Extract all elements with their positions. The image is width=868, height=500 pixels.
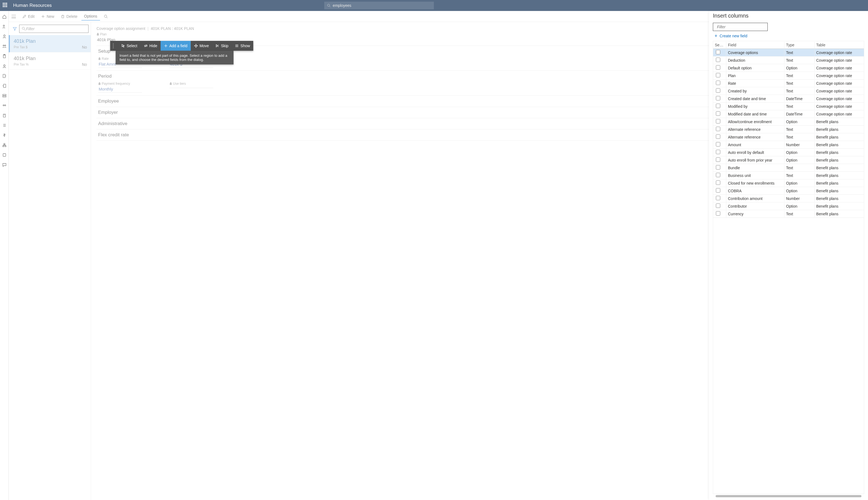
home-icon[interactable]	[2, 14, 7, 19]
horizontal-scrollbar[interactable]	[716, 495, 861, 497]
table-row[interactable]: Closed for new enrollmentsOptionBenefit …	[713, 179, 864, 187]
drag-grip-icon[interactable]	[113, 43, 116, 48]
list-item[interactable]: 401k PlanPre Tax %No	[9, 53, 91, 70]
col-type[interactable]: Type	[784, 42, 814, 48]
row-type: Text	[784, 211, 814, 217]
table-row[interactable]: CurrencyTextBenefit plans	[713, 210, 864, 218]
row-checkbox[interactable]	[716, 150, 720, 154]
table-row[interactable]: Alternate referenceTextBenefit plans	[713, 133, 864, 141]
table-row[interactable]: Alternate referenceTextBenefit plans	[713, 126, 864, 133]
skip-button[interactable]: Skip	[212, 41, 232, 51]
table-row[interactable]: BundleTextBenefit plans	[713, 164, 864, 172]
row-checkbox[interactable]	[716, 58, 720, 62]
col-table[interactable]: Table	[814, 42, 864, 48]
row-checkbox[interactable]	[716, 181, 720, 185]
table-row[interactable]: Auto enroll by defaultOptionBenefit plan…	[713, 149, 864, 156]
new-button[interactable]: New	[38, 13, 57, 20]
row-checkbox[interactable]	[716, 88, 720, 93]
team-icon[interactable]	[2, 103, 7, 108]
trash-icon	[61, 14, 65, 19]
row-field: Contributor	[726, 203, 784, 209]
row-checkbox[interactable]	[716, 188, 720, 193]
table-row[interactable]: Modified date and timeDateTimeCoverage o…	[713, 110, 864, 118]
show-button[interactable]: Show	[232, 41, 253, 51]
tiers-value[interactable]	[169, 86, 213, 88]
currency-icon[interactable]	[2, 133, 7, 138]
edit-button[interactable]: Edit	[20, 13, 37, 20]
row-checkbox[interactable]	[716, 142, 720, 146]
move-button[interactable]: Move	[191, 41, 212, 51]
table-row[interactable]: Coverage optionsTextCoverage option rate	[713, 49, 864, 57]
list-item[interactable]: 401k PlanPre Tax $No	[9, 35, 91, 53]
col-select[interactable]: Se…↓	[713, 42, 726, 48]
row-checkbox[interactable]	[716, 119, 720, 123]
svg-rect-11	[3, 94, 6, 95]
feedback-icon[interactable]	[2, 162, 7, 167]
hierarchy-icon[interactable]	[2, 143, 7, 148]
table-row[interactable]: Auto enroll from prior yearOptionBenefit…	[713, 156, 864, 164]
table-row[interactable]: ContributorOptionBenefit plans	[713, 202, 864, 210]
row-checkbox[interactable]	[716, 96, 720, 100]
table-row[interactable]: Business unitTextBenefit plans	[713, 172, 864, 179]
row-checkbox[interactable]	[716, 50, 720, 54]
lock-icon	[98, 82, 101, 85]
global-search[interactable]	[324, 2, 434, 9]
row-checkbox[interactable]	[716, 111, 720, 116]
row-checkbox[interactable]	[716, 134, 720, 139]
table-row[interactable]: Created date and timeDateTimeCoverage op…	[713, 95, 864, 103]
table-row[interactable]: Contribution amountNumberBenefit plans	[713, 195, 864, 202]
row-checkbox[interactable]	[716, 157, 720, 162]
row-table: Benefit plans	[814, 203, 864, 209]
doc-out-icon[interactable]	[2, 73, 7, 78]
delete-button[interactable]: Delete	[58, 13, 80, 20]
row-checkbox[interactable]	[716, 65, 720, 70]
pointer-icon	[121, 44, 125, 48]
table-row[interactable]: RateTextCoverage option rate	[713, 80, 864, 87]
hamburger-icon[interactable]	[12, 15, 16, 18]
create-new-field-button[interactable]: + Create new field	[713, 34, 864, 38]
row-checkbox[interactable]	[716, 196, 720, 200]
badge-icon[interactable]	[2, 152, 7, 157]
doc-in-icon[interactable]	[2, 83, 7, 88]
row-checkbox[interactable]	[716, 165, 720, 170]
table-row[interactable]: Modified byTextCoverage option rate	[713, 103, 864, 110]
row-checkbox[interactable]	[716, 73, 720, 77]
find-button[interactable]	[101, 13, 110, 20]
global-search-input[interactable]	[333, 3, 431, 8]
options-tab[interactable]: Options	[81, 12, 100, 21]
fields-table[interactable]: Se…↓ Field Type Table Coverage optionsTe…	[713, 41, 864, 494]
list-filter[interactable]	[19, 25, 89, 33]
list-icon[interactable]	[2, 123, 7, 128]
select-button[interactable]: Select	[118, 41, 141, 51]
panel-filter-input[interactable]	[717, 25, 765, 29]
row-checkbox[interactable]	[716, 173, 720, 177]
table-row[interactable]: Created byTextCoverage option rate	[713, 87, 864, 95]
table-row[interactable]: DeductionTextCoverage option rate	[713, 57, 864, 64]
row-checkbox[interactable]	[716, 211, 720, 216]
row-checkbox[interactable]	[716, 81, 720, 85]
payfreq-value[interactable]: Monthly	[98, 86, 142, 93]
row-checkbox[interactable]	[716, 104, 720, 108]
person-icon[interactable]	[2, 34, 7, 39]
row-checkbox[interactable]	[716, 127, 720, 131]
col-field[interactable]: Field	[726, 42, 784, 48]
profile-icon[interactable]	[2, 64, 7, 69]
table-row[interactable]: Allow/continue enrollmentOptionBenefit p…	[713, 118, 864, 126]
panel-filter[interactable]	[713, 23, 768, 31]
app-launcher-icon[interactable]	[3, 3, 8, 8]
group-icon[interactable]	[2, 44, 7, 49]
row-checkbox[interactable]	[716, 204, 720, 208]
row-table: Benefit plans	[814, 118, 864, 125]
people-icon[interactable]	[2, 24, 7, 29]
list-filter-input[interactable]	[26, 26, 86, 31]
add-field-button[interactable]: Add a field	[161, 41, 191, 51]
table-row[interactable]: AmountNumberBenefit plans	[713, 141, 864, 149]
hide-button[interactable]: Hide	[141, 41, 161, 51]
building-icon[interactable]	[2, 113, 7, 118]
table-row[interactable]: Default optionOptionCoverage option rate	[713, 64, 864, 72]
stack-icon[interactable]	[2, 93, 7, 98]
table-row[interactable]: PlanTextCoverage option rate	[713, 72, 864, 80]
table-row[interactable]: COBRAOptionBenefit plans	[713, 187, 864, 195]
clipboard-icon[interactable]	[2, 54, 7, 59]
funnel-icon[interactable]	[13, 26, 17, 31]
